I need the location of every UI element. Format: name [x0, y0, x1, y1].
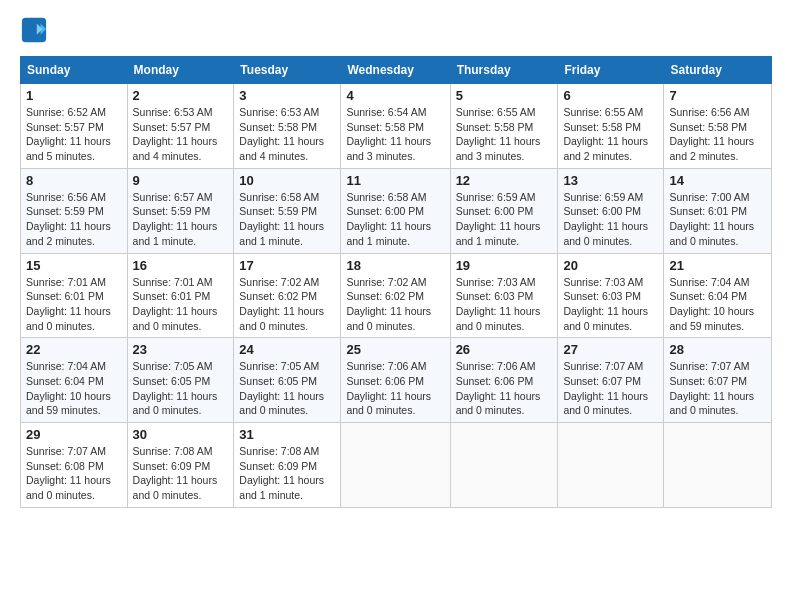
sunrise-label: Sunrise: 7:01 AM	[133, 276, 213, 288]
day-number: 7	[669, 88, 766, 103]
day-cell-1: 1 Sunrise: 6:52 AM Sunset: 5:57 PM Dayli…	[21, 84, 128, 169]
sunset-label: Sunset: 5:58 PM	[346, 121, 424, 133]
day-info: Sunrise: 7:04 AM Sunset: 6:04 PM Dayligh…	[26, 359, 122, 418]
day-cell-10: 10 Sunrise: 6:58 AM Sunset: 5:59 PM Dayl…	[234, 168, 341, 253]
daylight-label: Daylight: 11 hours and 0 minutes.	[133, 474, 218, 501]
day-number: 20	[563, 258, 658, 273]
daylight-label: Daylight: 11 hours and 5 minutes.	[26, 135, 111, 162]
sunrise-label: Sunrise: 7:07 AM	[563, 360, 643, 372]
sunset-label: Sunset: 5:59 PM	[26, 205, 104, 217]
sunset-label: Sunset: 6:08 PM	[26, 460, 104, 472]
daylight-label: Daylight: 11 hours and 0 minutes.	[239, 305, 324, 332]
week-row-4: 22 Sunrise: 7:04 AM Sunset: 6:04 PM Dayl…	[21, 338, 772, 423]
day-cell-6: 6 Sunrise: 6:55 AM Sunset: 5:58 PM Dayli…	[558, 84, 664, 169]
day-cell-3: 3 Sunrise: 6:53 AM Sunset: 5:58 PM Dayli…	[234, 84, 341, 169]
sunset-label: Sunset: 5:58 PM	[669, 121, 747, 133]
day-number: 18	[346, 258, 444, 273]
daylight-label: Daylight: 11 hours and 0 minutes.	[563, 305, 648, 332]
sunset-label: Sunset: 6:03 PM	[563, 290, 641, 302]
day-number: 19	[456, 258, 553, 273]
sunrise-label: Sunrise: 6:52 AM	[26, 106, 106, 118]
daylight-label: Daylight: 11 hours and 1 minute.	[133, 220, 218, 247]
day-number: 31	[239, 427, 335, 442]
day-cell-2: 2 Sunrise: 6:53 AM Sunset: 5:57 PM Dayli…	[127, 84, 234, 169]
day-cell-31: 31 Sunrise: 7:08 AM Sunset: 6:09 PM Dayl…	[234, 423, 341, 508]
day-cell-17: 17 Sunrise: 7:02 AM Sunset: 6:02 PM Dayl…	[234, 253, 341, 338]
day-number: 14	[669, 173, 766, 188]
week-row-5: 29 Sunrise: 7:07 AM Sunset: 6:08 PM Dayl…	[21, 423, 772, 508]
daylight-label: Daylight: 11 hours and 1 minute.	[456, 220, 541, 247]
sunrise-label: Sunrise: 6:55 AM	[456, 106, 536, 118]
sunset-label: Sunset: 6:02 PM	[346, 290, 424, 302]
daylight-label: Daylight: 11 hours and 0 minutes.	[456, 390, 541, 417]
day-info: Sunrise: 7:06 AM Sunset: 6:06 PM Dayligh…	[456, 359, 553, 418]
daylight-label: Daylight: 11 hours and 3 minutes.	[346, 135, 431, 162]
day-cell-20: 20 Sunrise: 7:03 AM Sunset: 6:03 PM Dayl…	[558, 253, 664, 338]
day-cell-14: 14 Sunrise: 7:00 AM Sunset: 6:01 PM Dayl…	[664, 168, 772, 253]
sunrise-label: Sunrise: 6:59 AM	[563, 191, 643, 203]
day-cell-13: 13 Sunrise: 6:59 AM Sunset: 6:00 PM Dayl…	[558, 168, 664, 253]
sunrise-label: Sunrise: 6:59 AM	[456, 191, 536, 203]
day-number: 15	[26, 258, 122, 273]
sunrise-label: Sunrise: 6:55 AM	[563, 106, 643, 118]
day-cell-19: 19 Sunrise: 7:03 AM Sunset: 6:03 PM Dayl…	[450, 253, 558, 338]
day-info: Sunrise: 7:01 AM Sunset: 6:01 PM Dayligh…	[26, 275, 122, 334]
day-cell-21: 21 Sunrise: 7:04 AM Sunset: 6:04 PM Dayl…	[664, 253, 772, 338]
week-row-1: 1 Sunrise: 6:52 AM Sunset: 5:57 PM Dayli…	[21, 84, 772, 169]
sunset-label: Sunset: 6:07 PM	[563, 375, 641, 387]
logo	[20, 16, 52, 44]
daylight-label: Daylight: 11 hours and 4 minutes.	[239, 135, 324, 162]
daylight-label: Daylight: 11 hours and 0 minutes.	[563, 390, 648, 417]
daylight-label: Daylight: 11 hours and 1 minute.	[346, 220, 431, 247]
day-info: Sunrise: 6:52 AM Sunset: 5:57 PM Dayligh…	[26, 105, 122, 164]
day-cell-23: 23 Sunrise: 7:05 AM Sunset: 6:05 PM Dayl…	[127, 338, 234, 423]
sunset-label: Sunset: 6:09 PM	[133, 460, 211, 472]
sunrise-label: Sunrise: 7:07 AM	[26, 445, 106, 457]
sunset-label: Sunset: 6:01 PM	[133, 290, 211, 302]
sunset-label: Sunset: 6:07 PM	[669, 375, 747, 387]
day-number: 12	[456, 173, 553, 188]
daylight-label: Daylight: 11 hours and 0 minutes.	[456, 305, 541, 332]
day-number: 2	[133, 88, 229, 103]
day-number: 30	[133, 427, 229, 442]
day-number: 1	[26, 88, 122, 103]
sunrise-label: Sunrise: 7:02 AM	[239, 276, 319, 288]
col-header-thursday: Thursday	[450, 57, 558, 84]
day-info: Sunrise: 7:08 AM Sunset: 6:09 PM Dayligh…	[133, 444, 229, 503]
day-number: 22	[26, 342, 122, 357]
daylight-label: Daylight: 11 hours and 1 minute.	[239, 220, 324, 247]
day-number: 5	[456, 88, 553, 103]
daylight-label: Daylight: 11 hours and 1 minute.	[239, 474, 324, 501]
sunrise-label: Sunrise: 7:06 AM	[346, 360, 426, 372]
day-cell-5: 5 Sunrise: 6:55 AM Sunset: 5:58 PM Dayli…	[450, 84, 558, 169]
sunrise-label: Sunrise: 7:00 AM	[669, 191, 749, 203]
sunrise-label: Sunrise: 6:57 AM	[133, 191, 213, 203]
sunrise-label: Sunrise: 6:58 AM	[346, 191, 426, 203]
sunset-label: Sunset: 5:58 PM	[239, 121, 317, 133]
sunset-label: Sunset: 6:00 PM	[563, 205, 641, 217]
day-info: Sunrise: 6:53 AM Sunset: 5:58 PM Dayligh…	[239, 105, 335, 164]
day-number: 9	[133, 173, 229, 188]
day-cell-24: 24 Sunrise: 7:05 AM Sunset: 6:05 PM Dayl…	[234, 338, 341, 423]
sunset-label: Sunset: 6:02 PM	[239, 290, 317, 302]
daylight-label: Daylight: 11 hours and 0 minutes.	[239, 390, 324, 417]
sunrise-label: Sunrise: 6:56 AM	[669, 106, 749, 118]
day-number: 11	[346, 173, 444, 188]
col-header-monday: Monday	[127, 57, 234, 84]
day-info: Sunrise: 6:56 AM Sunset: 5:58 PM Dayligh…	[669, 105, 766, 164]
sunrise-label: Sunrise: 7:08 AM	[133, 445, 213, 457]
sunrise-label: Sunrise: 7:03 AM	[563, 276, 643, 288]
day-info: Sunrise: 6:56 AM Sunset: 5:59 PM Dayligh…	[26, 190, 122, 249]
day-cell-18: 18 Sunrise: 7:02 AM Sunset: 6:02 PM Dayl…	[341, 253, 450, 338]
day-info: Sunrise: 6:54 AM Sunset: 5:58 PM Dayligh…	[346, 105, 444, 164]
daylight-label: Daylight: 11 hours and 0 minutes.	[26, 474, 111, 501]
sunrise-label: Sunrise: 7:07 AM	[669, 360, 749, 372]
sunset-label: Sunset: 6:05 PM	[239, 375, 317, 387]
day-info: Sunrise: 6:58 AM Sunset: 5:59 PM Dayligh…	[239, 190, 335, 249]
day-info: Sunrise: 6:57 AM Sunset: 5:59 PM Dayligh…	[133, 190, 229, 249]
day-number: 23	[133, 342, 229, 357]
sunset-label: Sunset: 5:58 PM	[456, 121, 534, 133]
sunset-label: Sunset: 6:04 PM	[26, 375, 104, 387]
calendar-table: SundayMondayTuesdayWednesdayThursdayFrid…	[20, 56, 772, 508]
day-info: Sunrise: 6:53 AM Sunset: 5:57 PM Dayligh…	[133, 105, 229, 164]
